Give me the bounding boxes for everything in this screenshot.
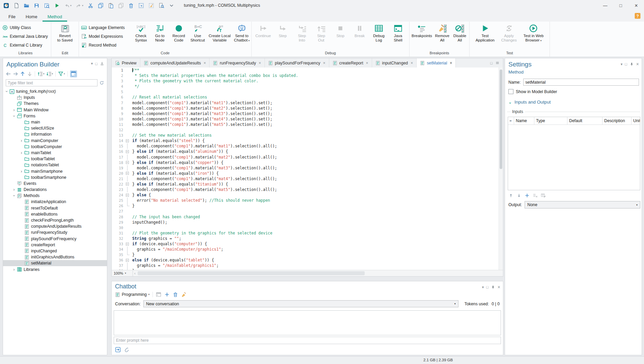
float-icon[interactable]: □ — [486, 285, 488, 289]
tree-item-resetToDefault[interactable]: resetToDefault — [3, 205, 107, 211]
tree-item-Libraries[interactable]: ›Libraries — [3, 266, 107, 272]
move-up-button[interactable] — [20, 71, 25, 77]
chevron-down-icon[interactable]: ▾ — [621, 62, 623, 66]
add-input-button[interactable] — [525, 193, 530, 198]
code-editor[interactable]: 1/**2 * Sets the material properties whe… — [112, 67, 499, 270]
undo-button[interactable]: ▾ — [63, 2, 72, 10]
inputs-and-output-section-header[interactable]: ⌄ Inputs and Output — [505, 94, 642, 105]
save-button[interactable] — [33, 2, 40, 10]
open-folder-button[interactable] — [23, 2, 30, 10]
tree-item-inputChanged[interactable]: inputChanged — [3, 248, 107, 254]
tree-item-Declarations[interactable]: ›Declarations — [3, 187, 107, 193]
tree-item-tuning_fork.mph[interactable]: ›Atuning_fork.mph (root) — [3, 88, 107, 94]
fold-toggle-icon[interactable]: − — [126, 243, 129, 246]
float-icon[interactable]: □ — [95, 62, 97, 66]
tree-item-toolbarTablet[interactable]: toolbarTablet — [3, 156, 107, 162]
conversation-select[interactable]: New conversation ▾ — [143, 300, 458, 307]
delete-button[interactable] — [128, 2, 135, 10]
fold-column[interactable]: − — [125, 181, 130, 187]
output-select[interactable]: None ▾ — [525, 201, 640, 208]
editor-tab-Preview[interactable]: Preview — [112, 58, 140, 67]
tree-item-initGraphicsAndButtons[interactable]: initGraphicsAndButtons — [3, 254, 107, 260]
tree-item-toolbarComputer[interactable]: toolbarComputer — [3, 144, 107, 150]
editor-tab-setMaterial[interactable]: setMaterial× — [417, 58, 456, 67]
editor-tab-playSoundForFrequency[interactable]: playSoundForFrequency× — [265, 58, 329, 67]
send-prompt-button[interactable] — [115, 347, 121, 353]
scrollbar-thumb[interactable] — [500, 69, 502, 169]
fold-toggle-icon[interactable]: − — [126, 139, 129, 142]
close-button[interactable]: × — [628, 0, 644, 11]
external-java-library-button[interactable]: JavaExternal Java Library — [1, 32, 51, 40]
move-down-button[interactable] — [27, 71, 32, 77]
collapse-arrow-icon[interactable]: › — [4, 89, 9, 94]
tree-item-mainTablet[interactable]: ›mainTablet — [3, 150, 107, 156]
minimize-button[interactable]: — — [597, 0, 613, 11]
expand-all-button[interactable]: ▾ — [37, 71, 45, 77]
plus-button[interactable] — [164, 292, 170, 297]
model-expressions-button[interactable]: a=Model Expressions — [80, 32, 131, 40]
revert-to-saved-button[interactable]: Revertto Saved — [56, 22, 74, 51]
language-elements-button[interactable]: ABCLanguage Elements — [80, 23, 131, 32]
record-method-button[interactable]: Record Method — [80, 41, 131, 49]
fold-column[interactable]: − — [125, 257, 130, 263]
collapse-arrow-icon[interactable]: › — [12, 114, 16, 118]
create-local-variable-button[interactable]: a=TCreate LocalVariable — [208, 22, 232, 51]
inputs-table[interactable]: ▸▸NameTypeDefaultDescriptionUnits — [508, 117, 640, 190]
broom-button[interactable] — [181, 292, 187, 297]
tree-item-checkFindProngLength[interactable]: checkFindProngLength — [3, 217, 107, 223]
tree-item-Themes[interactable]: Themes — [3, 101, 107, 107]
nav-forward-button[interactable] — [13, 71, 18, 77]
tree-item-computeAndUpdateResults[interactable]: computeAndUpdateResults — [3, 223, 107, 229]
select-frame-button[interactable] — [138, 2, 145, 10]
expand-arrow-icon[interactable]: › — [19, 169, 24, 174]
tree-item-initializeApplication[interactable]: initializeApplication — [3, 199, 107, 205]
tree-item-Methods[interactable]: ›Methods — [3, 193, 107, 199]
horizontal-scrollbar[interactable] — [137, 270, 503, 276]
utility-class-button[interactable]: Utility Class — [1, 23, 51, 32]
fold-column[interactable]: − — [125, 138, 130, 143]
clear-frame-button[interactable] — [148, 2, 155, 10]
nav-back-button[interactable] — [6, 71, 11, 77]
pin-icon[interactable] — [629, 62, 634, 66]
fold-toggle-icon[interactable]: − — [126, 194, 129, 197]
chat-history[interactable] — [114, 310, 501, 335]
menu-icon[interactable] — [495, 61, 500, 65]
close-tab-icon[interactable]: × — [323, 61, 325, 65]
tree-item-playSoundForFrequency[interactable]: playSoundForFrequency — [3, 236, 107, 242]
ribbon-tab-home[interactable]: Home — [21, 12, 43, 22]
test-application-button[interactable]: TestApplication — [474, 22, 496, 51]
redo-button[interactable]: ▾ — [75, 2, 84, 10]
tree-item-enableButtons[interactable]: enableButtons — [3, 211, 107, 217]
expand-arrow-icon[interactable]: › — [12, 267, 16, 272]
disable-all-button[interactable]: DisableAll — [451, 22, 469, 51]
tree-item-createReport[interactable]: createReport — [3, 242, 107, 248]
tree-item-setMaterial[interactable]: setMaterial — [3, 260, 107, 266]
fold-toggle-icon[interactable]: − — [126, 259, 129, 262]
pin-icon[interactable] — [491, 285, 495, 289]
zoom-select[interactable]: 100%▾ — [112, 270, 133, 276]
expand-arrow-icon[interactable]: › — [19, 138, 24, 143]
fold-toggle-icon[interactable]: − — [126, 172, 129, 175]
debug-log-button[interactable]: DebugLog — [370, 22, 388, 51]
dock-icon[interactable] — [100, 61, 104, 66]
editor-tab-computeAndUpdateResults[interactable]: computeAndUpdateResults× — [140, 58, 210, 67]
copy-button[interactable] — [97, 2, 104, 10]
use-shortcut-button[interactable]: B+CUseShortcut — [189, 22, 206, 51]
java-shell-button[interactable]: JavaShell — [389, 22, 407, 51]
editor-tab-createReport[interactable]: createReport× — [329, 58, 372, 67]
tree-item-Events[interactable]: Events — [3, 180, 107, 187]
tree-item-Main Window[interactable]: ›Main Window — [3, 107, 107, 113]
filter-button[interactable]: ▾ — [58, 71, 65, 77]
fold-column[interactable]: − — [125, 171, 130, 176]
test-in-web-browser-button[interactable]: Test in WebBrowser▾ — [522, 22, 545, 51]
ribbon-tab-file[interactable]: File — [3, 12, 21, 22]
refresh-icon[interactable] — [99, 80, 104, 85]
fold-toggle-icon[interactable]: − — [126, 183, 129, 186]
remove-all-button[interactable]: RemoveAll — [433, 22, 451, 51]
help-button[interactable]: ? — [635, 13, 641, 19]
close-tab-icon[interactable]: × — [259, 61, 261, 65]
fold-toggle-icon[interactable]: − — [126, 150, 129, 153]
close-icon[interactable]: × — [498, 284, 500, 290]
find-button[interactable] — [158, 2, 165, 10]
fold-column[interactable]: − — [125, 149, 130, 154]
